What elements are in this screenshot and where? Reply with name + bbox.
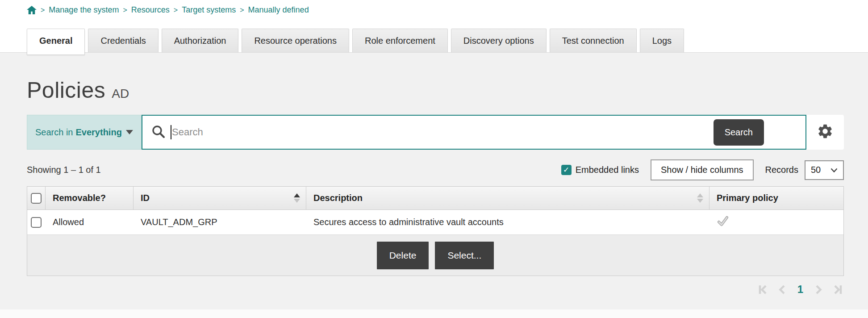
search-scope-dropdown[interactable]: Search in Everything [27,115,142,150]
search-field-container: Search [142,115,806,150]
records-label: Records [765,165,798,175]
delete-button[interactable]: Delete [377,242,429,269]
page-bottom-strip [0,310,868,318]
breadcrumb-link-manage-the-system[interactable]: Manage the system [49,5,119,15]
tab-credentials[interactable]: Credentials [88,29,158,52]
column-header-id[interactable]: ID [133,187,306,209]
breadcrumb-link-target-systems[interactable]: Target systems [182,5,236,15]
show-hide-columns-button[interactable]: Show / hide columns [651,159,754,180]
tab-logs[interactable]: Logs [640,29,684,52]
sort-asc-icon[interactable] [697,193,703,197]
page-subtitle-text: AD [112,87,129,101]
cell-id: VAULT_ADM_GRP [133,210,306,234]
breadcrumb-link-resources[interactable]: Resources [131,5,170,15]
last-page-icon[interactable] [832,284,844,296]
tab-discovery-options[interactable]: Discovery options [451,29,547,52]
chevron-down-icon [830,165,838,175]
pagination: 1 [27,283,844,296]
search-bar: Search in Everything Search [27,115,844,150]
cell-removable: Allowed [45,210,133,234]
records-select[interactable]: 50 [805,160,844,180]
search-settings-button[interactable] [806,115,844,150]
breadcrumb-separator: > [240,6,244,14]
row-checkbox[interactable] [31,217,42,228]
search-input[interactable] [171,126,714,138]
select-button[interactable]: Select... [435,242,494,269]
policies-table: Removable? ID Description Primary policy [27,186,844,276]
breadcrumb-separator: > [174,6,178,14]
breadcrumb-link-manually-defined[interactable]: Manually defined [248,5,309,15]
gear-icon [817,123,834,142]
page-title: Policies AD [27,77,844,103]
column-header-primary-policy: Primary policy [709,187,843,209]
checkbox-checked-icon[interactable]: ✓ [561,165,572,175]
tab-resource-operations[interactable]: Resource operations [242,29,349,52]
cell-description: Secures access to administrative vault a… [306,210,709,234]
search-scope-label: Search in [35,127,73,138]
tab-test-connection[interactable]: Test connection [550,29,637,52]
table-footer: Delete Select... [27,234,843,276]
results-toolbar: Showing 1 – 1 of 1 ✓ Embedded links Show… [27,159,844,180]
tab-authorization[interactable]: Authorization [162,29,239,52]
dropdown-arrow-icon [126,130,133,134]
tab-general[interactable]: General [27,29,85,54]
first-page-icon[interactable] [757,284,769,296]
breadcrumb-separator: > [123,6,127,14]
sort-icons-description[interactable] [697,193,703,203]
sort-icons-id[interactable] [294,193,300,203]
row-select-cell [27,210,45,234]
sort-asc-icon[interactable] [294,193,300,197]
table-header-row: Removable? ID Description Primary policy [27,187,843,210]
search-scope-value: Everything [76,127,122,138]
tab-bar: General Credentials Authorization Resour… [0,29,868,52]
column-header-description-label: Description [313,193,363,203]
page-title-text: Policies [27,77,105,103]
breadcrumb-separator: > [41,6,45,14]
records-selected-value: 50 [811,165,821,175]
records-control: Records 50 [765,160,844,180]
cell-primary-policy [709,210,843,234]
results-summary: Showing 1 – 1 of 1 [27,165,101,175]
column-header-description[interactable]: Description [306,187,709,209]
check-icon [717,216,729,229]
top-header-band: > Manage the system > Resources > Target… [0,0,868,53]
select-all-checkbox[interactable] [31,193,42,204]
embedded-links-label[interactable]: Embedded links [576,165,639,175]
embedded-links-toggle[interactable]: ✓ Embedded links [561,165,639,175]
search-button[interactable]: Search [714,119,764,146]
previous-page-icon[interactable] [776,284,789,296]
search-icon [151,125,165,140]
main-content: Policies AD Search in Everything Search [0,77,868,296]
toolbar-right-group: ✓ Embedded links Show / hide columns Rec… [561,159,844,180]
sort-desc-icon[interactable] [294,199,300,203]
home-icon[interactable] [27,6,37,15]
next-page-icon[interactable] [812,284,824,296]
column-header-removable: Removable? [45,187,133,209]
table-row[interactable]: Allowed VAULT_ADM_GRP Secures access to … [27,210,843,234]
breadcrumb: > Manage the system > Resources > Target… [0,0,868,15]
current-page-number: 1 [796,283,805,296]
sort-desc-icon[interactable] [697,199,703,203]
tab-role-enforcement[interactable]: Role enforcement [352,29,448,52]
select-all-cell [27,187,45,209]
column-header-id-label: ID [141,193,150,203]
